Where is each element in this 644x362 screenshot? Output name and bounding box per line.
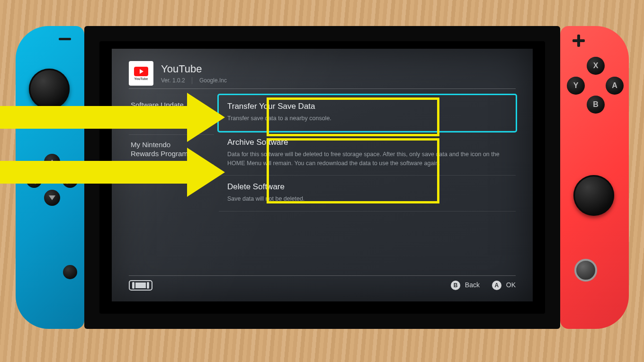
app-title: YouTube — [161, 63, 227, 75]
settings-main: Transfer Your Save Data Transfer save da… — [219, 95, 516, 271]
button-hints: B Back A OK — [440, 281, 516, 290]
photo-stage: X Y A B YouTube YouTube — [0, 0, 644, 362]
sidebar-item-software-update[interactable]: Software Update — [129, 95, 214, 115]
option-title: Delete Software — [227, 182, 507, 192]
capture-button[interactable] — [63, 265, 77, 279]
controller-icon — [129, 280, 152, 291]
app-meta: Ver. 1.0.2 │ Google.Inc — [161, 77, 227, 84]
switch-console: X Y A B YouTube YouTube — [16, 26, 629, 329]
hint-key-a: A — [492, 281, 501, 290]
hint-label-ok: OK — [506, 281, 516, 289]
app-publisher: Google.Inc — [199, 77, 227, 84]
settings-sidebar: Software Update Manage Software My Ninte… — [129, 95, 214, 165]
minus-button[interactable] — [59, 38, 71, 40]
option-desc: Save data will not be deleted. — [227, 194, 507, 203]
plus-button[interactable] — [572, 35, 585, 47]
youtube-icon: YouTube — [129, 61, 153, 86]
switch-tablet: YouTube YouTube Ver. 1.0.2 │ Google.Inc … — [84, 26, 560, 329]
option-archive-software[interactable]: Archive Software Data for this software … — [219, 131, 516, 176]
option-title: Archive Software — [227, 138, 507, 147]
option-transfer-save-data[interactable]: Transfer Your Save Data Transfer save da… — [219, 95, 516, 131]
app-version: Ver. 1.0.2 — [161, 77, 185, 84]
sidebar-item-rewards[interactable]: My NintendoRewards Program — [129, 135, 214, 165]
footer-bar: B Back A OK — [129, 275, 516, 295]
screen: YouTube YouTube Ver. 1.0.2 │ Google.Inc … — [112, 49, 533, 301]
option-desc: Data for this software will be deleted t… — [227, 150, 507, 168]
option-delete-software[interactable]: Delete Software Save data will not be de… — [219, 176, 516, 212]
app-header: YouTube YouTube Ver. 1.0.2 │ Google.Inc — [129, 58, 516, 89]
hint-key-b: B — [451, 281, 460, 290]
hint-label-back: Back — [465, 281, 480, 289]
sidebar-item-manage-software[interactable]: Manage Software — [129, 115, 214, 135]
option-desc: Transfer save data to a nearby console. — [227, 114, 507, 123]
option-title: Transfer Your Save Data — [227, 102, 507, 111]
app-icon-caption: YouTube — [134, 77, 148, 80]
